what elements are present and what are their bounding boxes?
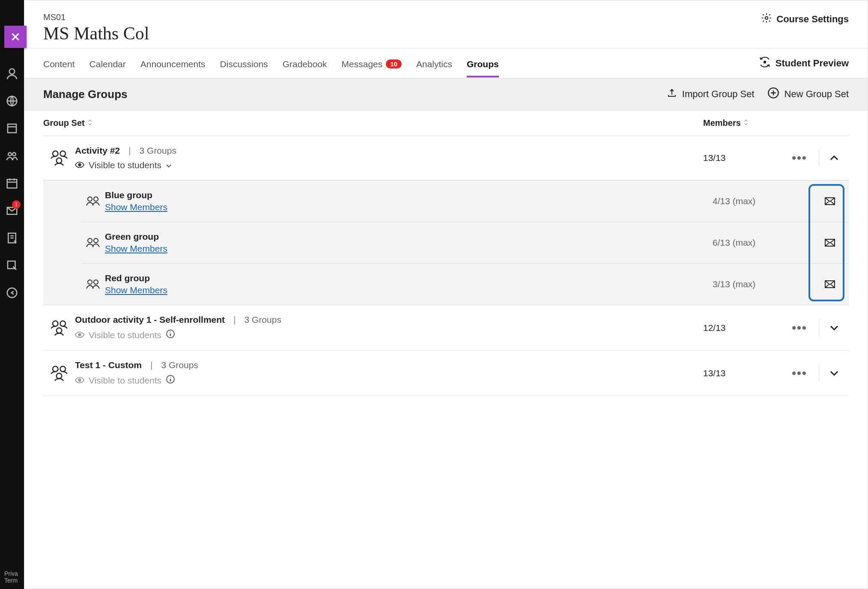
info-icon[interactable] <box>166 375 175 386</box>
tab-announcements[interactable]: Announcements <box>140 50 206 77</box>
group-name: Blue group <box>105 190 713 200</box>
page-title: Manage Groups <box>43 88 127 101</box>
close-panel-button[interactable] <box>4 26 27 48</box>
group-count: 3 Groups <box>140 146 176 156</box>
members-count: 12/13 <box>703 323 780 333</box>
nav-courses-icon[interactable] <box>0 115 24 142</box>
group-set-name[interactable]: Outdoor activity 1 - Self-enrollment <box>75 315 225 325</box>
nav-tools-icon[interactable] <box>0 252 24 279</box>
tab-groups[interactable]: Groups <box>467 50 499 77</box>
svg-point-31 <box>53 366 58 372</box>
nav-institution-icon[interactable] <box>0 87 24 115</box>
envelope-icon <box>825 280 835 288</box>
group-icon <box>81 195 105 207</box>
message-group-button[interactable] <box>811 197 849 205</box>
group-sets-table: Group Set Members Activity #2 <box>24 110 868 589</box>
upload-icon <box>667 88 677 101</box>
import-group-set-label: Import Group Set <box>682 89 755 100</box>
svg-point-18 <box>94 197 98 201</box>
group-icon <box>81 237 105 249</box>
envelope-icon <box>825 239 835 247</box>
manage-groups-bar: Manage Groups Import Group Set New Group… <box>24 78 868 110</box>
svg-point-23 <box>88 280 92 284</box>
svg-rect-2 <box>8 124 16 133</box>
import-group-set-button[interactable]: Import Group Set <box>667 88 755 101</box>
svg-point-33 <box>57 373 62 379</box>
show-members-link[interactable]: Show Members <box>105 285 167 295</box>
tab-content[interactable]: Content <box>43 50 75 77</box>
left-nav-rail: 1 Priva Term <box>0 0 24 589</box>
nav-groups-icon[interactable] <box>0 142 24 170</box>
chevron-down-icon <box>166 160 172 170</box>
messages-badge: 10 <box>386 59 402 68</box>
group-set-row: Activity #2 | 3 Groups Visible to studen… <box>43 136 849 180</box>
eye-icon <box>75 375 84 386</box>
svg-point-27 <box>60 321 66 326</box>
column-members[interactable]: Members <box>703 118 780 128</box>
rail-footer-terms[interactable]: Term <box>4 577 24 584</box>
main-panel: MS01 MS Maths Col Course Settings Conten… <box>24 0 868 589</box>
visibility-toggle[interactable]: Visible to students <box>75 160 703 170</box>
table-header-row: Group Set Members <box>43 110 849 136</box>
tab-analytics[interactable]: Analytics <box>416 50 452 77</box>
group-set-name[interactable]: Activity #2 <box>75 146 120 156</box>
show-members-link[interactable]: Show Members <box>105 202 167 212</box>
svg-point-29 <box>78 333 81 336</box>
sort-icon <box>87 118 92 128</box>
group-members-count: 3/13 (max) <box>713 279 811 289</box>
course-settings-button[interactable]: Course Settings <box>761 12 849 26</box>
nav-signout-icon[interactable] <box>0 279 24 306</box>
group-set-row: Outdoor activity 1 - Self-enrollment | 3… <box>43 305 849 351</box>
course-title: MS Maths Col <box>43 23 149 44</box>
more-options-button[interactable]: ••• <box>780 321 819 335</box>
course-tabs: Content Calendar Announcements Discussio… <box>24 48 868 78</box>
group-count: 3 Groups <box>161 360 198 370</box>
nav-grades-icon[interactable] <box>0 224 24 252</box>
message-group-button[interactable] <box>811 280 849 288</box>
rail-footer-privacy[interactable]: Priva <box>4 570 24 577</box>
svg-point-11 <box>764 61 766 62</box>
svg-rect-5 <box>7 179 17 188</box>
group-set-name[interactable]: Test 1 - Custom <box>75 360 142 370</box>
course-settings-label: Course Settings <box>776 14 849 25</box>
group-set-row: Test 1 - Custom | 3 Groups Visible to st… <box>43 351 849 396</box>
nav-profile-icon[interactable] <box>0 60 24 87</box>
group-children: Blue group Show Members 4/13 (max) Green… <box>43 180 849 305</box>
svg-point-14 <box>60 151 66 157</box>
group-row: Blue group Show Members 4/13 (max) <box>81 181 849 222</box>
members-count: 13/13 <box>703 368 780 378</box>
svg-point-21 <box>94 238 98 243</box>
show-members-link[interactable]: Show Members <box>105 244 167 254</box>
expand-button[interactable] <box>819 319 849 336</box>
course-code: MS01 <box>43 12 149 22</box>
svg-point-20 <box>88 238 92 243</box>
svg-point-4 <box>12 153 16 156</box>
visibility-label: Visible to students <box>75 375 703 386</box>
tab-messages[interactable]: Messages 10 <box>342 50 402 77</box>
svg-point-17 <box>88 197 92 201</box>
svg-point-15 <box>57 158 62 164</box>
new-group-set-button[interactable]: New Group Set <box>767 87 849 101</box>
nav-messages-icon[interactable]: 1 <box>0 197 24 224</box>
info-icon[interactable] <box>166 329 175 341</box>
student-preview-button[interactable]: Student Preview <box>758 57 849 70</box>
tab-calendar[interactable]: Calendar <box>89 50 126 77</box>
collapse-button[interactable] <box>819 149 849 167</box>
tab-discussions[interactable]: Discussions <box>220 50 268 77</box>
message-group-button[interactable] <box>811 239 849 247</box>
group-row: Red group Show Members 3/13 (max) <box>81 264 849 305</box>
group-name: Red group <box>105 273 713 283</box>
svg-point-13 <box>53 151 58 157</box>
tab-gradebook[interactable]: Gradebook <box>283 50 327 77</box>
svg-point-24 <box>94 280 98 284</box>
expand-button[interactable] <box>819 365 849 382</box>
rail-footer: Priva Term <box>0 568 24 589</box>
svg-point-32 <box>60 366 66 372</box>
column-group-set[interactable]: Group Set <box>43 118 703 128</box>
visibility-label: Visible to students <box>75 329 703 341</box>
more-options-button[interactable]: ••• <box>780 366 819 380</box>
group-icon <box>43 149 75 167</box>
nav-calendar-icon[interactable] <box>0 170 24 197</box>
more-options-button[interactable]: ••• <box>780 151 819 165</box>
eye-icon <box>75 160 84 170</box>
